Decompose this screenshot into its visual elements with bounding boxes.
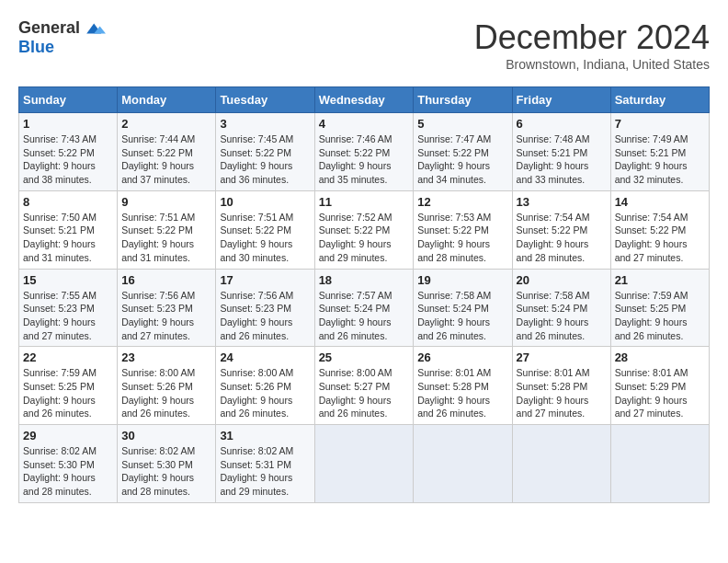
day-info: Sunrise: 7:47 AMSunset: 5:22 PMDaylight:… [417,132,507,187]
day-number: 15 [23,273,113,287]
day-number: 9 [121,195,211,209]
day-number: 11 [319,195,410,209]
calendar-cell: 5Sunrise: 7:47 AMSunset: 5:22 PMDaylight… [414,113,512,191]
calendar-cell: 23Sunrise: 8:00 AMSunset: 5:26 PMDayligh… [118,347,216,425]
weekday-header: Tuesday [216,87,314,113]
day-info: Sunrise: 7:44 AMSunset: 5:22 PMDaylight:… [121,132,211,187]
calendar-cell: 8Sunrise: 7:50 AMSunset: 5:21 PMDaylight… [19,190,118,269]
day-number: 2 [121,117,211,131]
calendar-week-row: 1Sunrise: 7:43 AMSunset: 5:22 PMDaylight… [19,113,710,191]
day-info: Sunrise: 7:59 AMSunset: 5:25 PMDaylight:… [23,366,113,420]
calendar-cell: 2Sunrise: 7:44 AMSunset: 5:22 PMDaylight… [118,113,216,191]
day-number: 7 [615,117,705,131]
month-title: December 2024 [474,18,710,57]
day-info: Sunrise: 8:01 AMSunset: 5:29 PMDaylight:… [615,366,705,420]
day-number: 19 [417,273,507,287]
day-info: Sunrise: 7:49 AMSunset: 5:21 PMDaylight:… [615,132,705,187]
day-info: Sunrise: 8:00 AMSunset: 5:26 PMDaylight:… [220,366,310,420]
day-info: Sunrise: 8:01 AMSunset: 5:28 PMDaylight:… [517,366,607,420]
calendar-cell [610,425,709,503]
logo-icon [84,20,106,37]
day-info: Sunrise: 7:45 AMSunset: 5:22 PMDaylight:… [220,132,310,187]
day-info: Sunrise: 7:48 AMSunset: 5:21 PMDaylight:… [517,132,607,187]
location-text: Brownstown, Indiana, United States [474,57,710,72]
calendar-week-row: 22Sunrise: 7:59 AMSunset: 5:25 PMDayligh… [19,347,710,425]
day-number: 16 [121,273,211,287]
day-number: 4 [319,117,410,131]
day-info: Sunrise: 8:00 AMSunset: 5:27 PMDaylight:… [319,366,410,420]
day-number: 23 [121,350,211,364]
calendar-cell: 28Sunrise: 8:01 AMSunset: 5:29 PMDayligh… [610,347,709,425]
calendar-cell: 7Sunrise: 7:49 AMSunset: 5:21 PMDaylight… [610,113,709,191]
calendar-cell: 21Sunrise: 7:59 AMSunset: 5:25 PMDayligh… [610,269,709,347]
weekday-header: Thursday [414,87,512,113]
day-number: 6 [517,117,607,131]
weekday-header: Sunday [19,87,118,113]
calendar-cell [512,425,610,503]
calendar-cell: 4Sunrise: 7:46 AMSunset: 5:22 PMDaylight… [314,113,414,191]
calendar-cell: 22Sunrise: 7:59 AMSunset: 5:25 PMDayligh… [19,347,118,425]
day-number: 8 [23,195,113,209]
calendar-cell: 13Sunrise: 7:54 AMSunset: 5:22 PMDayligh… [512,190,610,269]
day-info: Sunrise: 7:58 AMSunset: 5:24 PMDaylight:… [517,289,607,343]
day-number: 24 [220,350,310,364]
day-number: 14 [615,195,705,209]
calendar-cell: 11Sunrise: 7:52 AMSunset: 5:22 PMDayligh… [314,190,414,269]
day-number: 28 [615,350,705,364]
day-info: Sunrise: 7:58 AMSunset: 5:24 PMDaylight:… [417,289,507,343]
day-number: 31 [220,429,310,442]
day-number: 26 [417,350,507,364]
calendar-cell: 25Sunrise: 8:00 AMSunset: 5:27 PMDayligh… [314,347,414,425]
day-info: Sunrise: 7:57 AMSunset: 5:24 PMDaylight:… [319,289,410,343]
page-header: General Blue December 2024 Brownstown, I… [18,18,710,72]
day-number: 13 [517,195,607,209]
day-number: 27 [517,350,607,364]
day-number: 12 [417,195,507,209]
calendar-cell [314,425,414,503]
calendar-cell: 6Sunrise: 7:48 AMSunset: 5:21 PMDaylight… [512,113,610,191]
day-info: Sunrise: 7:50 AMSunset: 5:21 PMDaylight:… [23,211,113,265]
day-info: Sunrise: 8:01 AMSunset: 5:28 PMDaylight:… [417,366,507,420]
day-info: Sunrise: 7:51 AMSunset: 5:22 PMDaylight:… [220,211,310,265]
day-info: Sunrise: 7:56 AMSunset: 5:23 PMDaylight:… [220,289,310,343]
day-info: Sunrise: 7:46 AMSunset: 5:22 PMDaylight:… [319,132,410,187]
logo-general-text: General [18,18,80,38]
day-number: 30 [121,429,211,442]
day-info: Sunrise: 8:02 AMSunset: 5:30 PMDaylight:… [23,444,113,499]
calendar-cell: 24Sunrise: 8:00 AMSunset: 5:26 PMDayligh… [216,347,314,425]
day-number: 18 [319,273,410,287]
day-info: Sunrise: 7:59 AMSunset: 5:25 PMDaylight:… [615,289,705,343]
weekday-header: Saturday [610,87,709,113]
calendar-cell: 31Sunrise: 8:02 AMSunset: 5:31 PMDayligh… [216,425,314,503]
calendar-cell: 10Sunrise: 7:51 AMSunset: 5:22 PMDayligh… [216,190,314,269]
day-info: Sunrise: 8:02 AMSunset: 5:31 PMDaylight:… [220,444,310,499]
calendar-cell: 30Sunrise: 8:02 AMSunset: 5:30 PMDayligh… [118,425,216,503]
calendar-week-row: 15Sunrise: 7:55 AMSunset: 5:23 PMDayligh… [19,269,710,347]
calendar-cell: 26Sunrise: 8:01 AMSunset: 5:28 PMDayligh… [414,347,512,425]
day-number: 25 [319,350,410,364]
weekday-header: Monday [118,87,216,113]
logo-blue-text: Blue [18,38,54,57]
day-info: Sunrise: 7:54 AMSunset: 5:22 PMDaylight:… [615,211,705,265]
day-number: 5 [417,117,507,131]
day-number: 17 [220,273,310,287]
calendar-cell: 3Sunrise: 7:45 AMSunset: 5:22 PMDaylight… [216,113,314,191]
calendar-cell: 9Sunrise: 7:51 AMSunset: 5:22 PMDaylight… [118,190,216,269]
day-number: 10 [220,195,310,209]
calendar-cell: 17Sunrise: 7:56 AMSunset: 5:23 PMDayligh… [216,269,314,347]
weekday-header-row: SundayMondayTuesdayWednesdayThursdayFrid… [19,87,710,113]
day-number: 29 [23,429,113,442]
day-info: Sunrise: 7:55 AMSunset: 5:23 PMDaylight:… [23,289,113,343]
day-info: Sunrise: 7:43 AMSunset: 5:22 PMDaylight:… [23,132,113,187]
calendar-cell: 19Sunrise: 7:58 AMSunset: 5:24 PMDayligh… [414,269,512,347]
day-info: Sunrise: 7:54 AMSunset: 5:22 PMDaylight:… [517,211,607,265]
day-info: Sunrise: 8:00 AMSunset: 5:26 PMDaylight:… [121,366,211,420]
calendar-cell: 12Sunrise: 7:53 AMSunset: 5:22 PMDayligh… [414,190,512,269]
day-number: 22 [23,350,113,364]
day-number: 1 [23,117,113,131]
logo: General Blue [18,18,106,57]
calendar-cell: 14Sunrise: 7:54 AMSunset: 5:22 PMDayligh… [610,190,709,269]
calendar-cell: 20Sunrise: 7:58 AMSunset: 5:24 PMDayligh… [512,269,610,347]
day-info: Sunrise: 7:52 AMSunset: 5:22 PMDaylight:… [319,211,410,265]
weekday-header: Friday [512,87,610,113]
